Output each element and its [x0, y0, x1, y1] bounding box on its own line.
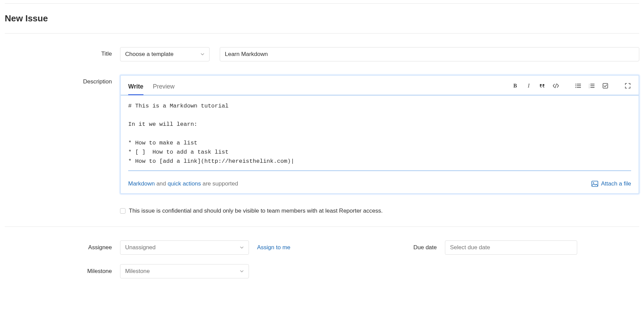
attach-file-label: Attach a file: [601, 180, 631, 187]
milestone-select[interactable]: Milestone: [120, 264, 249, 278]
editor-toolbar: B I 123: [512, 82, 631, 93]
due-date-row: Due date: [391, 240, 639, 255]
svg-rect-11: [590, 87, 594, 88]
confidential-checkbox[interactable]: [120, 208, 125, 214]
template-select-label: Choose a template: [125, 51, 174, 58]
due-date-input[interactable]: [445, 240, 577, 255]
markdown-link[interactable]: Markdown: [128, 180, 155, 187]
svg-rect-7: [590, 84, 594, 84]
confidential-label: This issue is confidential and should on…: [129, 208, 383, 214]
svg-point-4: [575, 87, 577, 88]
tab-write[interactable]: Write: [128, 80, 143, 95]
title-divider: [5, 33, 639, 34]
svg-rect-13: [592, 181, 598, 187]
assignee-row: Assignee Unassigned Assign to me: [5, 240, 391, 255]
quote-icon[interactable]: [539, 82, 546, 89]
svg-rect-1: [577, 84, 581, 84]
milestone-row: Milestone Milestone: [5, 264, 391, 278]
image-icon: [591, 181, 598, 187]
chevron-down-icon: [200, 52, 204, 56]
numbered-list-icon[interactable]: 123: [588, 82, 595, 89]
code-icon[interactable]: [552, 82, 559, 89]
svg-text:3: 3: [589, 87, 590, 88]
attach-file-button[interactable]: Attach a file: [591, 180, 631, 187]
description-editor: Write Preview B I: [120, 75, 639, 194]
assignee-select[interactable]: Unassigned: [120, 240, 249, 255]
template-select[interactable]: Choose a template: [120, 47, 210, 61]
title-input[interactable]: [220, 47, 639, 61]
chevron-down-icon: [240, 269, 244, 273]
svg-rect-12: [603, 83, 608, 88]
page-title: New Issue: [5, 13, 639, 24]
assignee-value: Unassigned: [125, 244, 156, 251]
italic-icon[interactable]: I: [525, 82, 532, 89]
bold-icon[interactable]: B: [512, 82, 519, 89]
quick-actions-link[interactable]: quick actions: [168, 180, 201, 187]
svg-point-2: [575, 85, 577, 86]
milestone-value: Milestone: [125, 268, 150, 275]
mid-divider: [5, 227, 639, 227]
description-row: Description Write Preview B I: [5, 75, 639, 194]
due-date-label: Due date: [391, 244, 445, 251]
title-label: Title: [5, 47, 120, 57]
svg-point-0: [575, 83, 577, 84]
editor-help-text: Markdown and quick actions are supported: [128, 180, 238, 187]
milestone-label: Milestone: [5, 268, 120, 275]
top-divider: [5, 3, 639, 4]
assign-to-me-link[interactable]: Assign to me: [257, 244, 290, 251]
title-row: Title Choose a template: [5, 47, 639, 61]
task-list-icon[interactable]: [602, 82, 609, 89]
description-label: Description: [5, 75, 120, 85]
svg-rect-5: [577, 87, 581, 88]
tab-preview[interactable]: Preview: [153, 80, 175, 95]
svg-rect-9: [590, 85, 594, 86]
svg-rect-3: [577, 85, 581, 86]
svg-point-14: [593, 182, 594, 183]
chevron-down-icon: [240, 246, 244, 250]
description-textarea[interactable]: [128, 101, 631, 171]
fullscreen-icon[interactable]: [624, 82, 631, 89]
confidential-row: This issue is confidential and should on…: [120, 208, 639, 214]
bullet-list-icon[interactable]: [575, 82, 582, 89]
assignee-label: Assignee: [5, 244, 120, 251]
